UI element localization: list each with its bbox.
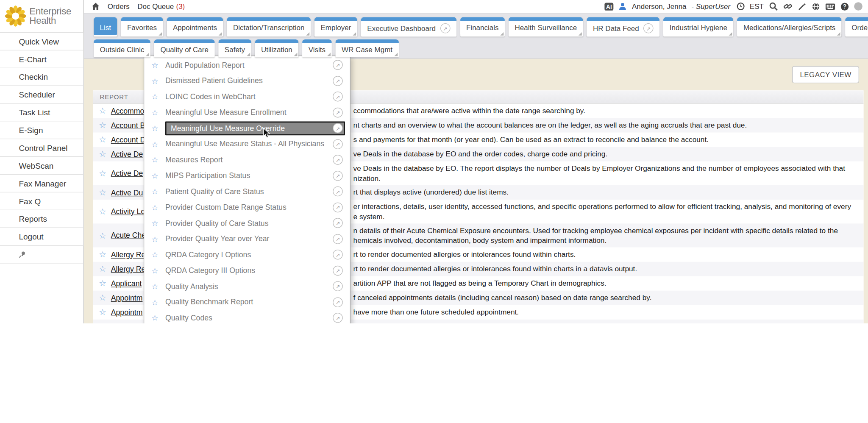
- globe-icon[interactable]: [812, 2, 821, 11]
- link-icon[interactable]: [783, 2, 793, 11]
- menu-item[interactable]: ☆ Provider Quality of Care Status ↗: [144, 215, 350, 231]
- home-icon[interactable]: [92, 2, 100, 11]
- menu-item[interactable]: ☆ MIPS Participation Status ↗: [144, 168, 350, 184]
- menu-item[interactable]: ☆ QRDA Category III Options ↗: [144, 263, 350, 278]
- favorite-star-icon[interactable]: ☆: [151, 92, 162, 101]
- sidebar-item[interactable]: E-Sign: [0, 122, 83, 139]
- tab[interactable]: WR Case Mgmt ↗: [336, 39, 399, 57]
- open-report-icon[interactable]: ↗: [333, 92, 343, 102]
- pin-icon[interactable]: [18, 250, 26, 258]
- menu-item[interactable]: ☆ Meaningful Use Measure Enrollment ↗: [144, 105, 350, 120]
- favorite-star-icon[interactable]: ☆: [94, 168, 111, 178]
- favorite-star-icon[interactable]: ☆: [151, 76, 162, 85]
- tab[interactable]: Executive Dashboard ↗: [361, 17, 456, 37]
- tab[interactable]: Dictation/Transcription ↗: [227, 17, 310, 37]
- search-icon[interactable]: [769, 2, 778, 11]
- favorite-star-icon[interactable]: ☆: [94, 206, 111, 217]
- tab[interactable]: Outside Clinic ↗: [94, 39, 150, 57]
- favorite-star-icon[interactable]: ☆: [94, 307, 111, 317]
- tab[interactable]: Medications/Allergies/Scripts ↗: [737, 17, 842, 37]
- sidebar-item[interactable]: Scheduler: [0, 86, 83, 104]
- favorite-star-icon[interactable]: ☆: [151, 203, 162, 212]
- favorite-star-icon[interactable]: ☆: [94, 120, 111, 131]
- open-report-icon[interactable]: ↗: [333, 202, 343, 212]
- menu-item[interactable]: ☆ QRDA Category I Options ↗: [144, 247, 350, 262]
- favorite-star-icon[interactable]: ☆: [151, 314, 162, 323]
- open-report-icon[interactable]: ↗: [333, 266, 343, 276]
- open-report-icon[interactable]: ↗: [333, 313, 343, 323]
- tab[interactable]: Safety ↗: [218, 39, 251, 57]
- favorite-star-icon[interactable]: ☆: [151, 108, 162, 117]
- sidebar-item[interactable]: Reports: [0, 210, 83, 228]
- sidebar-item[interactable]: E-Chart: [0, 50, 83, 68]
- menu-item[interactable]: ☆ Provider Quality Year over Year ↗: [144, 231, 350, 247]
- open-report-icon[interactable]: ↗: [333, 234, 343, 244]
- wand-icon[interactable]: [798, 2, 807, 11]
- menu-item[interactable]: ☆ Quality Benchmark Report ↗: [144, 294, 350, 310]
- open-report-icon[interactable]: ↗: [333, 155, 343, 165]
- legacy-view-button[interactable]: LEGACY VIEW: [792, 66, 859, 83]
- favorite-star-icon[interactable]: ☆: [94, 293, 111, 303]
- tab[interactable]: Employer ↗: [314, 17, 357, 37]
- menu-item[interactable]: ☆ Meaningful Use Measure Override ↗: [144, 120, 350, 136]
- favorite-star-icon[interactable]: ☆: [151, 124, 162, 133]
- tab[interactable]: Quality of Care ↗: [154, 39, 214, 57]
- favorite-star-icon[interactable]: ☆: [94, 250, 111, 260]
- ai-badge[interactable]: AI: [604, 3, 614, 10]
- open-report-icon[interactable]: ↗: [333, 171, 343, 181]
- tab[interactable]: Favorites ↗: [121, 17, 163, 37]
- tab[interactable]: Financials ↗: [460, 17, 505, 37]
- open-report-icon[interactable]: ↗: [333, 139, 343, 149]
- tab[interactable]: Health Surveillance ↗: [509, 17, 583, 37]
- favorite-star-icon[interactable]: ☆: [94, 135, 111, 145]
- open-report-icon[interactable]: ↗: [333, 281, 343, 292]
- favorite-star-icon[interactable]: ☆: [94, 106, 111, 116]
- favorite-star-icon[interactable]: ☆: [151, 250, 162, 259]
- breadcrumb-doc-queue[interactable]: Doc Queue(3): [137, 2, 185, 11]
- user-icon[interactable]: [619, 2, 627, 11]
- open-report-icon[interactable]: ↗: [333, 123, 343, 134]
- menu-item[interactable]: ☆ Dismissed Patient Guidelines ↗: [144, 73, 350, 89]
- sidebar-item[interactable]: Quick View: [0, 33, 83, 50]
- menu-item[interactable]: ☆ Provider Custom Date Range Status ↗: [144, 199, 350, 215]
- favorite-star-icon[interactable]: ☆: [151, 187, 162, 196]
- open-report-icon[interactable]: ↗: [333, 60, 343, 70]
- keyboard-icon[interactable]: [825, 3, 835, 10]
- favorite-star-icon[interactable]: ☆: [94, 149, 111, 159]
- open-report-icon[interactable]: ↗: [333, 186, 343, 197]
- favorite-star-icon[interactable]: ☆: [94, 264, 111, 274]
- breadcrumb-orders[interactable]: Orders: [108, 2, 130, 11]
- tab[interactable]: HR Data Feed ↗: [587, 17, 660, 37]
- tab[interactable]: Industrial Hygiene ↗: [663, 17, 733, 37]
- open-report-icon[interactable]: ↗: [333, 76, 343, 86]
- tab[interactable]: Orders ↗: [846, 17, 868, 37]
- favorite-star-icon[interactable]: ☆: [151, 298, 162, 306]
- open-report-icon[interactable]: ↗: [333, 250, 343, 260]
- user-name[interactable]: Anderson, Jenna: [632, 2, 687, 11]
- tab[interactable]: Visits ↗: [302, 39, 331, 57]
- menu-item[interactable]: ☆ Meaningful Use Measure Status - All Ph…: [144, 136, 350, 152]
- favorite-star-icon[interactable]: ☆: [94, 322, 111, 323]
- menu-item[interactable]: ☆ Quality Codes ↗: [144, 310, 350, 323]
- favorite-star-icon[interactable]: ☆: [94, 187, 111, 198]
- menu-item[interactable]: ☆ Measures Report ↗: [144, 152, 350, 168]
- sidebar-item[interactable]: Task List: [0, 104, 83, 122]
- sidebar-item[interactable]: WebScan: [0, 157, 83, 175]
- sidebar-item[interactable]: Fax Q: [0, 192, 83, 210]
- open-report-icon[interactable]: ↗: [333, 297, 343, 307]
- menu-item[interactable]: ☆ Patient Quality of Care Status ↗: [144, 184, 350, 199]
- menu-item[interactable]: ☆ LOINC Codes in WebChart ↗: [144, 89, 350, 104]
- open-report-icon[interactable]: ↗: [333, 218, 343, 228]
- sidebar-item[interactable]: Fax Manager: [0, 175, 83, 192]
- favorite-star-icon[interactable]: ☆: [151, 266, 162, 275]
- favorite-star-icon[interactable]: ☆: [151, 61, 162, 70]
- tab[interactable]: List ↗: [94, 17, 117, 37]
- sidebar-item[interactable]: Checkin: [0, 68, 83, 86]
- menu-item[interactable]: ☆ Audit Population Report ↗: [144, 57, 350, 73]
- favorite-star-icon[interactable]: ☆: [94, 278, 111, 289]
- tab[interactable]: Utilization ↗: [255, 39, 299, 57]
- favorite-star-icon[interactable]: ☆: [151, 282, 162, 291]
- help-icon[interactable]: ?: [840, 2, 849, 11]
- sidebar-item[interactable]: Logout: [0, 228, 83, 246]
- open-report-icon[interactable]: ↗: [333, 108, 343, 118]
